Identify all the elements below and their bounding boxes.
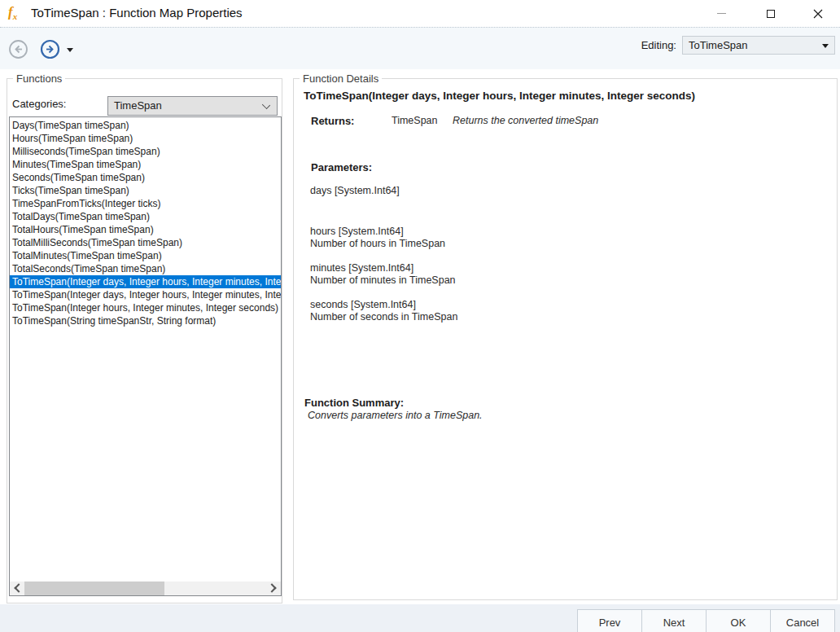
title-bar: fx ToTimeSpan : Function Map Properties [0, 0, 840, 27]
categories-combobox-value: TimeSpan [114, 99, 162, 112]
categories-combobox[interactable]: TimeSpan [107, 96, 278, 116]
function-list: Days(TimeSpan timeSpan)Hours(TimeSpan ti… [10, 119, 281, 582]
functions-group-label: Functions [13, 72, 65, 85]
returns-row: Returns: TimeSpan Returns the converted … [294, 115, 837, 128]
parameter-name: days [System.Int64] [310, 185, 457, 197]
editing-combobox[interactable]: ToTimeSpan [682, 36, 835, 55]
prev-button[interactable]: Prev [577, 609, 642, 632]
list-item[interactable]: TotalHours(TimeSpan timeSpan) [10, 223, 281, 236]
minimize-icon [717, 13, 726, 14]
chevron-down-icon [262, 101, 270, 109]
forward-dropdown-caret-icon[interactable] [67, 48, 73, 52]
function-map-properties-window: fx ToTimeSpan : Function Map Properties [0, 0, 840, 632]
forward-button[interactable] [40, 39, 60, 59]
function-details-groupbox: Function Details ToTimeSpan(Integer days… [293, 78, 838, 600]
parameter-name: minutes [System.Int64] [310, 262, 457, 274]
list-item[interactable]: TotalMilliSeconds(TimeSpan timeSpan) [10, 236, 281, 249]
footer-buttons: PrevNextOKCancel [578, 609, 835, 632]
scrollbar-thumb[interactable] [24, 582, 164, 595]
footer: PrevNextOKCancel [0, 604, 840, 632]
cancel-button[interactable]: Cancel [770, 609, 835, 632]
parameter-name: seconds [System.Int64] [310, 299, 457, 311]
function-listbox: Days(TimeSpan timeSpan)Hours(TimeSpan ti… [9, 116, 282, 596]
list-item[interactable]: Minutes(TimeSpan timeSpan) [10, 158, 281, 171]
parameter-block: days [System.Int64] [310, 185, 457, 197]
dropdown-arrow-icon [822, 44, 829, 48]
editing-combobox-value: ToTimeSpan [689, 39, 748, 51]
list-item[interactable]: Hours(TimeSpan timeSpan) [10, 132, 281, 145]
scroll-left-arrow-icon[interactable] [14, 583, 23, 592]
categories-label: Categories: [12, 98, 66, 110]
scroll-right-arrow-icon[interactable] [267, 583, 276, 592]
returns-type: TimeSpan [392, 115, 438, 126]
list-item[interactable]: TotalMinutes(TimeSpan timeSpan) [10, 249, 281, 262]
list-item[interactable]: ToTimeSpan(Integer hours, Integer minute… [10, 301, 281, 314]
toolbar: Editing: ToTimeSpan [0, 27, 840, 69]
parameters-list: days [System.Int64]hours [System.Int64]N… [310, 185, 457, 336]
editing-group: Editing: ToTimeSpan [641, 36, 835, 55]
close-icon [813, 9, 823, 19]
fx-function-icon: fx [8, 4, 17, 21]
close-button[interactable] [799, 0, 836, 27]
returns-label: Returns: [311, 115, 354, 127]
list-item[interactable]: Days(TimeSpan timeSpan) [10, 119, 281, 132]
ok-button[interactable]: OK [706, 609, 771, 632]
minimize-button[interactable] [703, 0, 740, 27]
parameters-label: Parameters: [311, 161, 372, 173]
window-title: ToTimeSpan : Function Map Properties [31, 6, 243, 20]
functions-groupbox: Functions Categories: TimeSpan Days(Time… [7, 78, 282, 603]
list-item[interactable]: Milliseconds(TimeSpan timeSpan) [10, 145, 281, 158]
function-details-group-label: Function Details [300, 72, 382, 85]
back-button[interactable] [8, 39, 28, 59]
function-summary-label: Function Summary: [304, 397, 404, 409]
back-icon [8, 39, 28, 59]
parameter-name: hours [System.Int64] [310, 226, 457, 238]
parameter-block: minutes [System.Int64]Number of minutes … [310, 262, 457, 287]
parameter-description: Number of seconds in TimeSpan [310, 311, 457, 323]
parameter-block: hours [System.Int64]Number of hours in T… [310, 226, 457, 250]
forward-icon [40, 39, 60, 59]
maximize-icon [767, 10, 775, 18]
list-item[interactable]: ToTimeSpan(String timeSpanStr, String fo… [10, 314, 281, 327]
list-item[interactable]: Seconds(TimeSpan timeSpan) [10, 171, 281, 184]
editing-label: Editing: [641, 39, 676, 51]
function-signature: ToTimeSpan(Integer days, Integer hours, … [304, 90, 695, 102]
maximize-button[interactable] [752, 0, 789, 27]
horizontal-scrollbar[interactable] [10, 582, 281, 595]
list-item[interactable]: Ticks(TimeSpan timeSpan) [10, 184, 281, 197]
list-item[interactable]: ToTimeSpan(Integer days, Integer hours, … [10, 288, 281, 301]
list-item[interactable]: TimeSpanFromTicks(Integer ticks) [10, 197, 281, 210]
parameter-block: seconds [System.Int64]Number of seconds … [310, 299, 457, 323]
function-summary-text: Converts parameters into a TimeSpan. [308, 410, 483, 421]
parameter-description: Number of minutes in TimeSpan [310, 274, 457, 287]
returns-description: Returns the converted timeSpan [453, 115, 598, 126]
list-item[interactable]: TotalSeconds(TimeSpan timeSpan) [10, 262, 281, 275]
next-button[interactable]: Next [641, 609, 707, 632]
list-item[interactable]: TotalDays(TimeSpan timeSpan) [10, 210, 281, 223]
parameter-description: Number of hours in TimeSpan [310, 238, 457, 250]
list-item[interactable]: ToTimeSpan(Integer days, Integer hours, … [10, 275, 281, 288]
